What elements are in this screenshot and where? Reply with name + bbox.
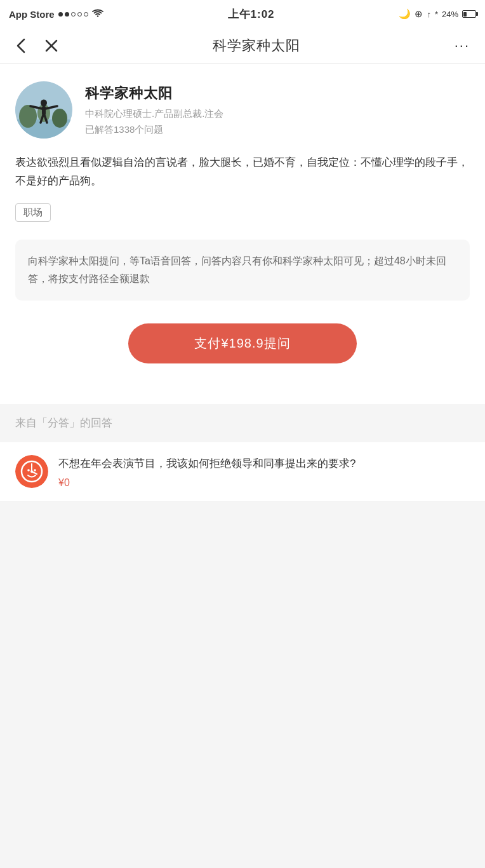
answer-card[interactable]: 不想在年会表演节目，我该如何拒绝领导和同事提出来的要求? ¥0	[0, 442, 485, 502]
arrow-icon: ↑	[427, 10, 431, 19]
signal-dot-1	[58, 12, 63, 17]
signal-dot-3	[71, 12, 76, 17]
status-left: App Store	[9, 9, 103, 20]
answer-title: 不想在年会表演节目，我该如何拒绝领导和同事提出来的要求?	[58, 455, 470, 472]
profile-subtitle: 中科院心理硕士.产品副总裁.注会	[85, 107, 470, 121]
back-button[interactable]	[13, 34, 29, 57]
battery-icon	[462, 10, 476, 18]
close-button[interactable]	[42, 36, 61, 55]
nav-bar: 科学家种太阳 ···	[0, 28, 485, 64]
avatar-container	[15, 81, 72, 139]
status-bar: App Store 上午1:02 🌙 ⊕ ↑ * 24%	[0, 0, 485, 28]
svg-point-3	[52, 109, 67, 128]
battery-fill	[463, 12, 466, 17]
svg-point-2	[19, 105, 37, 128]
tag-container: 职场	[15, 203, 470, 240]
workplace-tag[interactable]: 职场	[15, 203, 51, 222]
svg-point-15	[30, 470, 33, 473]
svg-rect-6	[42, 106, 46, 115]
main-content: 科学家种太阳 中科院心理硕士.产品副总裁.注会 已解答1338个问题 表达欲强烈…	[0, 64, 485, 404]
profile-stats: 已解答1338个问题	[85, 124, 470, 136]
carrier-label: App Store	[9, 9, 55, 20]
bio-section: 表达欲强烈且看似逻辑自洽的言说者，脸大腿长，已婚不育，自我定位：不懂心理学的段子…	[15, 154, 470, 191]
svg-point-5	[41, 100, 47, 107]
pay-button[interactable]: 支付¥198.9提问	[128, 323, 357, 363]
wifi-icon	[92, 9, 103, 20]
answer-price: ¥0	[58, 477, 470, 489]
avatar	[15, 81, 72, 139]
signal-dot-2	[65, 12, 69, 17]
profile-section: 科学家种太阳 中科院心理硕士.产品副总裁.注会 已解答1338个问题	[15, 81, 470, 139]
section-separator: 来自「分答」的回答	[0, 404, 485, 442]
answer-avatar	[15, 455, 48, 488]
profile-name: 科学家种太阳	[85, 84, 470, 103]
signal-dots	[58, 12, 88, 17]
info-box: 向科学家种太阳提问，等Ta语音回答，问答内容只有你和科学家种太阳可见；超过48小…	[15, 240, 470, 301]
signal-dot-5	[84, 12, 88, 17]
profile-info: 科学家种太阳 中科院心理硕士.产品副总裁.注会 已解答1338个问题	[85, 81, 470, 136]
signal-dot-4	[77, 12, 82, 17]
nav-left	[13, 34, 61, 57]
more-button[interactable]: ···	[452, 35, 472, 57]
status-time: 上午1:02	[228, 7, 275, 22]
pay-section: 支付¥198.9提问	[15, 323, 470, 363]
bluetooth-icon: *	[435, 10, 438, 19]
svg-point-17	[34, 469, 36, 471]
battery-percent: 24%	[442, 10, 458, 19]
svg-point-16	[27, 469, 30, 471]
location-icon: ⊕	[415, 8, 423, 20]
section-title: 来自「分答」的回答	[15, 416, 112, 430]
answer-content: 不想在年会表演节目，我该如何拒绝领导和同事提出来的要求? ¥0	[58, 455, 470, 489]
moon-icon: 🌙	[399, 8, 411, 20]
status-right: 🌙 ⊕ ↑ * 24%	[399, 8, 476, 20]
page-title: 科学家种太阳	[213, 36, 300, 55]
answers-section: 不想在年会表演节目，我该如何拒绝领导和同事提出来的要求? ¥0	[0, 442, 485, 502]
